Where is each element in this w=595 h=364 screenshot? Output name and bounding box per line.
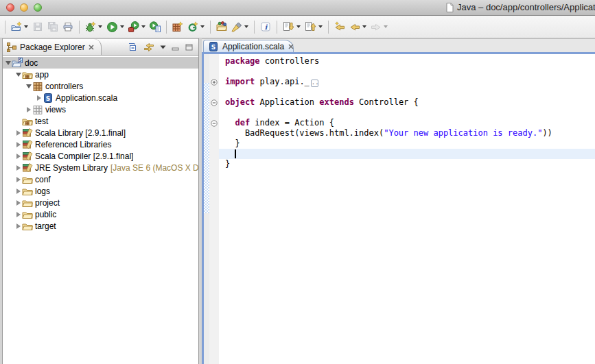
maximize-button[interactable] <box>185 43 194 51</box>
disclosure-expanded-icon[interactable] <box>25 84 32 88</box>
tab-package-explorer[interactable]: Package Explorer <box>3 39 102 55</box>
tree-item-public[interactable]: public <box>3 208 198 220</box>
disclosure-collapsed-icon[interactable] <box>14 212 22 217</box>
minimize-button[interactable] <box>172 43 180 51</box>
svg-text:S: S <box>19 58 22 63</box>
tree-item-target[interactable]: target <box>3 220 198 232</box>
dropdown-arrow-icon[interactable] <box>98 25 102 28</box>
tree-item-views[interactable]: views <box>3 104 198 115</box>
code-token: } <box>225 138 240 148</box>
new-element-button[interactable] <box>185 18 207 36</box>
disclosure-expanded-icon[interactable] <box>4 61 12 65</box>
code-line-3[interactable]: import play.api._.. <box>219 77 595 87</box>
external-tools-button[interactable] <box>148 18 163 36</box>
tree-item-app[interactable]: app <box>3 69 198 80</box>
cheat-sheets-button[interactable]: i <box>258 18 273 36</box>
dropdown-arrow-icon[interactable] <box>296 25 301 28</box>
save-icon <box>32 21 43 32</box>
save-all-icon <box>47 21 58 32</box>
folded-region-icon[interactable]: .. <box>311 80 318 87</box>
run-button[interactable] <box>104 18 126 36</box>
disclosure-collapsed-icon[interactable] <box>14 142 22 147</box>
dropdown-arrow-icon[interactable] <box>318 25 323 28</box>
close-icon[interactable] <box>288 43 294 50</box>
disclosure-collapsed-icon[interactable] <box>14 165 22 171</box>
fold-expand-icon[interactable] <box>211 79 218 86</box>
disclosure-collapsed-icon[interactable] <box>35 95 43 101</box>
new-element-icon <box>187 21 198 32</box>
fold-collapse-icon[interactable] <box>211 99 218 106</box>
open-type-button[interactable] <box>214 18 229 36</box>
code-token: controllers <box>260 56 320 66</box>
tree-item-controllers[interactable]: controllers <box>3 80 198 92</box>
disclosure-collapsed-icon[interactable] <box>14 130 22 136</box>
minimize-window-button[interactable] <box>20 3 28 12</box>
disclosure-collapsed-icon[interactable] <box>14 223 22 229</box>
view-menu-button[interactable] <box>160 45 166 49</box>
new-wizard-button[interactable] <box>9 18 30 36</box>
tree-item-logs[interactable]: logs <box>3 185 198 197</box>
editor-body: package controllersimport play.api._..ob… <box>202 54 595 364</box>
library-icon <box>22 139 34 150</box>
code-line-7[interactable]: def index = Action { <box>219 118 595 128</box>
package-folder-icon <box>22 69 34 80</box>
dropdown-arrow-icon[interactable] <box>24 25 28 28</box>
tree-item-doc[interactable]: Sdoc <box>3 57 198 69</box>
code-line-6[interactable] <box>219 108 595 118</box>
tree-item-project[interactable]: project <box>3 197 198 208</box>
code-line-11[interactable]: } <box>219 159 595 169</box>
dropdown-arrow-icon[interactable] <box>244 25 248 28</box>
disclosure-collapsed-icon[interactable] <box>14 154 22 159</box>
code-line-5[interactable]: object Application extends Controller { <box>219 97 595 108</box>
code-line-10[interactable] <box>219 149 595 159</box>
disclosure-expanded-icon[interactable] <box>14 73 22 77</box>
last-edit-location-button[interactable] <box>332 18 347 36</box>
tab-application-scala[interactable]: S Application.scala <box>203 40 294 52</box>
link-with-editor-button[interactable] <box>143 42 154 53</box>
range-indicator <box>204 83 209 213</box>
external-tools-icon <box>150 21 161 32</box>
new-java-project-button[interactable] <box>170 18 185 36</box>
dropdown-arrow-icon[interactable] <box>120 25 124 28</box>
back-button[interactable] <box>347 18 369 36</box>
disclosure-collapsed-icon[interactable] <box>14 189 22 194</box>
window-controls <box>6 3 42 12</box>
package-explorer-title: Package Explorer <box>20 43 85 52</box>
dropdown-arrow-icon[interactable] <box>362 25 366 28</box>
dropdown-arrow-icon[interactable] <box>384 25 388 28</box>
code-line-8[interactable]: BadRequest(views.html.index("Your new ap… <box>219 128 595 138</box>
forward-button[interactable] <box>369 18 390 36</box>
print-button[interactable] <box>60 18 75 36</box>
tree-item-test[interactable]: test <box>3 115 198 127</box>
next-annotation-button[interactable] <box>281 18 303 36</box>
code-line-2[interactable] <box>219 66 595 77</box>
dropdown-arrow-icon[interactable] <box>200 25 205 28</box>
close-window-button[interactable] <box>6 3 14 12</box>
code-line-4[interactable] <box>219 87 595 97</box>
previous-annotation-button[interactable] <box>303 18 325 36</box>
tree-item-referenced-libraries[interactable]: Referenced Libraries <box>3 138 198 150</box>
code-line-1[interactable]: package controllers <box>219 56 595 66</box>
vertical-ruler[interactable] <box>204 54 209 364</box>
save-all-button[interactable] <box>45 18 60 36</box>
dropdown-arrow-icon[interactable] <box>141 25 145 28</box>
tree-item-application-scala[interactable]: SApplication.scala <box>3 92 198 104</box>
fold-collapse-icon[interactable] <box>211 120 218 127</box>
tree-item-scala-library[interactable]: Scala Library [2.9.1.final] <box>3 127 198 138</box>
collapse-all-button[interactable] <box>127 42 138 53</box>
tree-item-jre-system-library[interactable]: JRE System Library[Java SE 6 (MacOS X De… <box>3 162 198 173</box>
tree-item-scala-compiler[interactable]: Scala Compiler [2.9.1.final] <box>3 150 198 162</box>
close-icon[interactable] <box>88 44 95 51</box>
search-button[interactable] <box>229 18 250 36</box>
code-token: "Your new application is ready." <box>384 128 542 138</box>
debug-button[interactable] <box>83 18 104 36</box>
save-button[interactable] <box>30 18 45 36</box>
run-as-button[interactable] <box>126 18 148 36</box>
tree-item-conf[interactable]: conf <box>3 173 198 185</box>
disclosure-collapsed-icon[interactable] <box>14 177 22 182</box>
zoom-window-button[interactable] <box>34 3 42 12</box>
code-editor[interactable]: package controllersimport play.api._..ob… <box>219 54 595 364</box>
disclosure-collapsed-icon[interactable] <box>25 107 32 112</box>
code-line-9[interactable]: } <box>219 138 595 149</box>
disclosure-collapsed-icon[interactable] <box>14 200 22 206</box>
